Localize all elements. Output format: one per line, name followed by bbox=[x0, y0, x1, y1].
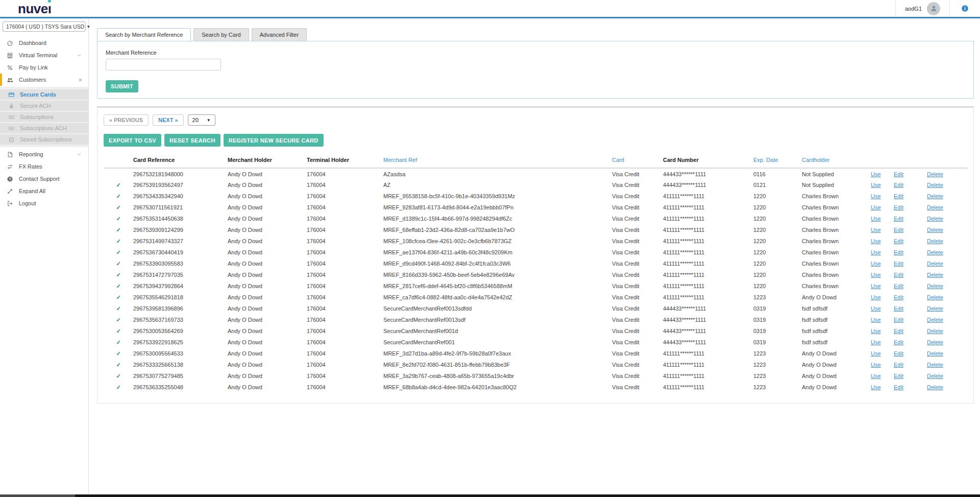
delete-link[interactable]: Delete bbox=[927, 303, 967, 314]
use-link[interactable]: Use bbox=[871, 314, 894, 325]
sidebar-item-contact-support[interactable]: ? Contact Support bbox=[0, 173, 88, 185]
use-link[interactable]: Use bbox=[871, 325, 894, 337]
delete-link[interactable]: Delete bbox=[927, 292, 967, 303]
column-header-card[interactable]: Card bbox=[612, 154, 663, 168]
edit-link[interactable]: Edit bbox=[894, 292, 927, 303]
use-link[interactable]: Use bbox=[871, 348, 894, 359]
sidebar-item-reporting[interactable]: Reporting bbox=[0, 148, 88, 160]
username: aodG1 bbox=[905, 6, 922, 12]
edit-link[interactable]: Edit bbox=[894, 348, 927, 359]
delete-link[interactable]: Delete bbox=[927, 382, 967, 393]
delete-link[interactable]: Delete bbox=[927, 325, 967, 337]
delete-link[interactable]: Delete bbox=[927, 235, 967, 247]
tab-advanced-filter[interactable]: Advanced Filter bbox=[252, 28, 307, 41]
delete-link[interactable]: Delete bbox=[927, 280, 967, 292]
sidebar-item-pay-by-link[interactable]: Pay by Link bbox=[0, 61, 88, 74]
column-header-merchant-ref[interactable]: Merchant Ref bbox=[383, 154, 612, 168]
edit-link[interactable]: Edit bbox=[894, 337, 927, 348]
delete-link[interactable]: Delete bbox=[927, 370, 967, 382]
sidebar-item-customers[interactable]: Customers × bbox=[0, 74, 88, 86]
delete-link[interactable]: Delete bbox=[927, 258, 967, 269]
edit-link[interactable]: Edit bbox=[894, 359, 927, 370]
edit-link[interactable]: Edit bbox=[894, 382, 927, 393]
cell-cardholder: Charles Brown bbox=[802, 191, 871, 202]
use-link[interactable]: Use bbox=[871, 168, 894, 179]
edit-link[interactable]: Edit bbox=[894, 269, 927, 280]
use-link[interactable]: Use bbox=[871, 382, 894, 393]
column-header-exp-date[interactable]: Exp. Date bbox=[753, 154, 802, 168]
edit-link[interactable]: Edit bbox=[894, 179, 927, 191]
use-link[interactable]: Use bbox=[871, 213, 894, 224]
delete-link[interactable]: Delete bbox=[927, 337, 967, 348]
info-icon[interactable] bbox=[961, 5, 969, 12]
edit-link[interactable]: Edit bbox=[894, 213, 927, 224]
edit-link[interactable]: Edit bbox=[894, 370, 927, 382]
use-link[interactable]: Use bbox=[871, 303, 894, 314]
delete-link[interactable]: Delete bbox=[927, 224, 967, 235]
delete-link[interactable]: Delete bbox=[927, 269, 967, 280]
user-avatar-icon[interactable] bbox=[927, 2, 940, 15]
delete-link[interactable]: Delete bbox=[927, 179, 967, 191]
register-new-secure-card-button[interactable]: REGISTER NEW SECURE CARD bbox=[224, 134, 324, 147]
next-button[interactable]: NEXT » bbox=[153, 114, 184, 126]
edit-link[interactable]: Edit bbox=[894, 224, 927, 235]
use-link[interactable]: Use bbox=[871, 191, 894, 202]
cell-merchant-holder: Andy O Dowd bbox=[228, 348, 307, 359]
delete-link[interactable]: Delete bbox=[927, 191, 967, 202]
tab-search-by-merchant-reference[interactable]: Search by Merchant Reference bbox=[97, 28, 191, 41]
sidebar-item-dashboard[interactable]: Dashboard bbox=[0, 37, 88, 49]
delete-link[interactable]: Delete bbox=[927, 247, 967, 258]
close-icon[interactable]: × bbox=[78, 77, 82, 83]
use-link[interactable]: Use bbox=[871, 247, 894, 258]
use-link[interactable]: Use bbox=[871, 235, 894, 247]
sidebar-item-stored-subscriptions[interactable]: Stored Subscriptions bbox=[0, 134, 88, 145]
delete-link[interactable]: Delete bbox=[927, 359, 967, 370]
edit-link[interactable]: Edit bbox=[894, 235, 927, 247]
sidebar-item-subscriptions[interactable]: Subscriptions bbox=[0, 112, 88, 122]
use-link[interactable]: Use bbox=[871, 179, 894, 191]
use-link[interactable]: Use bbox=[871, 292, 894, 303]
edit-link[interactable]: Edit bbox=[894, 314, 927, 325]
submit-button[interactable]: SUBMIT bbox=[106, 80, 138, 92]
sidebar-item-subscriptions-ach[interactable]: Subscriptions ACH bbox=[0, 123, 88, 133]
sidebar-item-logout[interactable]: Logout bbox=[0, 197, 88, 209]
reset-search-button[interactable]: RESET SEARCH bbox=[164, 134, 220, 147]
row-check-icon: ✓ bbox=[104, 191, 133, 202]
sidebar-item-fx-rates[interactable]: FX Rates bbox=[0, 160, 88, 173]
sidebar-item-secure-cards[interactable]: Secure Cards bbox=[0, 89, 88, 100]
edit-link[interactable]: Edit bbox=[894, 202, 927, 213]
edit-link[interactable]: Edit bbox=[894, 325, 927, 337]
delete-link[interactable]: Delete bbox=[927, 314, 967, 325]
use-link[interactable]: Use bbox=[871, 202, 894, 213]
delete-link[interactable]: Delete bbox=[927, 213, 967, 224]
page-size-select[interactable]: 20 ▼ bbox=[188, 114, 215, 126]
terminal-select[interactable]: 176004 ( USD ) TSYS Sara USD ▼ bbox=[3, 21, 86, 32]
use-link[interactable]: Use bbox=[871, 269, 894, 280]
sidebar-item-secure-ach[interactable]: Secure ACH bbox=[0, 101, 88, 111]
sidebar-item-expand-all[interactable]: Expand All bbox=[0, 185, 88, 197]
sidebar-item-virtual-terminal[interactable]: Virtual Terminal bbox=[0, 49, 88, 61]
horizontal-scrollbar[interactable] bbox=[0, 494, 980, 497]
use-link[interactable]: Use bbox=[871, 370, 894, 382]
delete-link[interactable]: Delete bbox=[927, 348, 967, 359]
use-link[interactable]: Use bbox=[871, 224, 894, 235]
use-link[interactable]: Use bbox=[871, 337, 894, 348]
column-header-cardholder[interactable]: Cardholder bbox=[802, 154, 871, 168]
use-link[interactable]: Use bbox=[871, 280, 894, 292]
row-check-icon: ✓ bbox=[104, 382, 133, 393]
previous-button[interactable]: « PREVIOUS bbox=[104, 114, 149, 126]
edit-link[interactable]: Edit bbox=[894, 247, 927, 258]
delete-link[interactable]: Delete bbox=[927, 202, 967, 213]
use-link[interactable]: Use bbox=[871, 359, 894, 370]
edit-link[interactable]: Edit bbox=[894, 191, 927, 202]
merchant-reference-input[interactable] bbox=[106, 59, 221, 70]
tab-search-by-card[interactable]: Search by Card bbox=[193, 28, 249, 41]
edit-link[interactable]: Edit bbox=[894, 303, 927, 314]
export-to-csv-button[interactable]: EXPORT TO CSV bbox=[104, 134, 161, 147]
edit-link[interactable]: Edit bbox=[894, 280, 927, 292]
use-link[interactable]: Use bbox=[871, 258, 894, 269]
edit-link[interactable]: Edit bbox=[894, 258, 927, 269]
delete-link[interactable]: Delete bbox=[927, 168, 967, 179]
edit-link[interactable]: Edit bbox=[894, 168, 927, 179]
scrollbar-thumb[interactable] bbox=[0, 494, 75, 497]
